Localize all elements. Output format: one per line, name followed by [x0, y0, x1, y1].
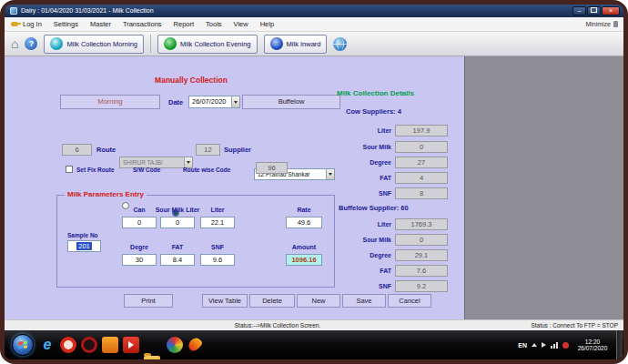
title-bar: Dairy : 01/04/2020 31/03/2021 - Milk Col… — [5, 5, 623, 17]
browser-app-icon[interactable] — [60, 337, 76, 353]
video-app-icon[interactable] — [123, 337, 139, 353]
network-icon[interactable] — [551, 342, 558, 349]
media-app-icon[interactable] — [81, 337, 97, 353]
buffelow-snf-label: SNF — [339, 282, 391, 291]
cow-sour-milk-label: Sour Milk — [339, 143, 391, 152]
sw-code-label: S/W Code — [133, 166, 160, 174]
set-fix-route-label: Set Fix Route — [76, 166, 115, 174]
start-button[interactable] — [12, 334, 34, 356]
milk-collection-form: Manually Collection Morning Date 26/07/2… — [5, 56, 465, 319]
volume-icon[interactable] — [542, 342, 546, 348]
flame-app-icon[interactable] — [187, 336, 204, 353]
taskbar: EN 12:20 26/07/2020 — [5, 330, 623, 359]
amount-header: Amount — [286, 243, 322, 251]
maximize-button[interactable] — [587, 6, 601, 15]
milk-inward-label: Milk Inward — [287, 40, 321, 48]
sour-milk-liter-field[interactable]: 0 — [160, 217, 195, 228]
supplier-label: Supplier — [224, 146, 251, 155]
milk-collection-evening-button[interactable]: Milk Collection Evening — [157, 35, 258, 54]
date-select[interactable]: 26/07/2020 — [188, 96, 240, 108]
milk-collection-morning-label: Milk Collection Morning — [66, 40, 137, 48]
supplier-dropdown-arrow[interactable] — [326, 169, 334, 179]
save-button[interactable]: Save — [342, 294, 386, 308]
view-table-button[interactable]: View Table — [202, 294, 248, 308]
status-center-text: Status:-->Milk Collection Screen. — [159, 322, 396, 329]
screen-frame: Dairy : 01/04/2020 31/03/2021 - Milk Col… — [0, 0, 628, 364]
notification-badge-icon[interactable] — [562, 342, 569, 349]
sample-no-field[interactable]: 201 — [67, 240, 101, 252]
date-value: 26/07/2020 — [192, 97, 227, 106]
minimize-note[interactable]: Minimize — [585, 21, 623, 27]
cow-fat-label: FAT — [339, 174, 391, 183]
sour-milk-liter-header: Sour Milk Liter — [151, 206, 204, 214]
morning-button[interactable]: Morning — [60, 95, 160, 109]
buffelow-suppliers-header: Buffelow Supplier: 60 — [339, 204, 409, 213]
utility-app-icon[interactable] — [102, 337, 118, 353]
explorer-folder-icon[interactable] — [144, 356, 160, 359]
milk-collection-morning-button[interactable]: Milk Collection Morning — [44, 35, 144, 54]
print-button[interactable]: Print — [124, 294, 173, 308]
menu-help[interactable]: Help — [260, 17, 274, 32]
liter-field[interactable]: 22.1 — [200, 217, 235, 228]
route-label: Route — [96, 146, 116, 155]
sample-no-label: Sample No — [67, 231, 98, 239]
tray-clock[interactable]: 12:20 26/07/2020 — [573, 339, 612, 352]
new-button[interactable]: New — [297, 294, 340, 308]
liter-header: Liter — [200, 206, 235, 214]
menu-tools[interactable]: Tools — [206, 17, 222, 32]
milk-collection-evening-icon — [164, 37, 177, 50]
minimize-button[interactable] — [572, 6, 586, 15]
menu-transactions[interactable]: Transactions — [123, 17, 162, 32]
milk-inward-button[interactable]: Milk Inward — [264, 35, 328, 54]
snf-field[interactable]: 9.6 — [200, 254, 235, 266]
can-field[interactable]: 0 — [122, 217, 157, 228]
degree-field[interactable]: 30 — [122, 254, 157, 266]
buffelow-button[interactable]: Buffelow — [242, 95, 340, 109]
menu-login[interactable]: Log In — [23, 17, 42, 32]
menu-master[interactable]: Master — [90, 17, 111, 32]
fat-field[interactable]: 8.4 — [160, 254, 195, 266]
help-icon[interactable] — [25, 37, 37, 50]
milk-parameters-title: Milk Parameters Entry — [65, 190, 147, 199]
milk-collection-evening-label: Milk Collection Evening — [180, 40, 251, 48]
internet-explorer-icon[interactable] — [39, 337, 56, 353]
menu-report[interactable]: Report — [174, 17, 195, 32]
sample-no-value: 201 — [76, 242, 92, 250]
cancel-button[interactable]: Cancel — [388, 294, 431, 308]
date-label: Date — [168, 98, 183, 107]
cow-snf-value: 8 — [395, 187, 448, 199]
date-dropdown-arrow[interactable] — [231, 96, 239, 107]
toolbar-separator — [150, 35, 151, 53]
cow-liter-value: 197.9 — [395, 125, 448, 136]
menu-bar: Log In Settings Master Transactions Repo… — [5, 17, 623, 32]
cow-degree-value: 27 — [395, 157, 448, 168]
status-bar: Status:-->Milk Collection Screen. Status… — [5, 319, 623, 330]
rate-field[interactable]: 49.6 — [286, 217, 322, 228]
desktop: Dairy : 01/04/2020 31/03/2021 - Milk Col… — [5, 5, 623, 359]
buffelow-liter-label: Liter — [339, 220, 391, 229]
window-title: Dairy : 01/04/2020 31/03/2021 - Milk Col… — [21, 5, 154, 17]
toolbar: Milk Collection Morning Milk Collection … — [5, 32, 623, 56]
windows-flag-icon — [18, 340, 27, 349]
globe-icon[interactable] — [333, 37, 347, 51]
details-title: Milk Collection Details — [337, 89, 414, 98]
buffelow-fat-value: 7.6 — [395, 265, 448, 277]
gray-side-panel — [465, 56, 623, 319]
buffelow-sour-milk-value: 0 — [395, 234, 448, 246]
window-controls — [572, 6, 623, 15]
buffelow-liter-value: 1769.3 — [395, 218, 448, 230]
tray-date: 26/07/2020 — [573, 345, 612, 352]
language-indicator[interactable]: EN — [518, 342, 527, 349]
cow-liter-label: Liter — [339, 126, 391, 136]
delete-button[interactable]: Delete — [249, 294, 295, 308]
hidden-icons-chevron[interactable] — [532, 343, 537, 347]
home-icon[interactable] — [11, 37, 18, 50]
set-fix-route-checkbox[interactable] — [66, 166, 73, 173]
amount-field: 1096.16 — [286, 254, 322, 266]
color-wheel-app-icon[interactable] — [167, 337, 183, 353]
show-desktop-button[interactable] — [616, 330, 623, 359]
buffelow-fat-label: FAT — [339, 267, 391, 276]
menu-settings[interactable]: Settings — [54, 17, 78, 32]
menu-view[interactable]: View — [234, 17, 248, 32]
close-button[interactable] — [602, 6, 620, 15]
